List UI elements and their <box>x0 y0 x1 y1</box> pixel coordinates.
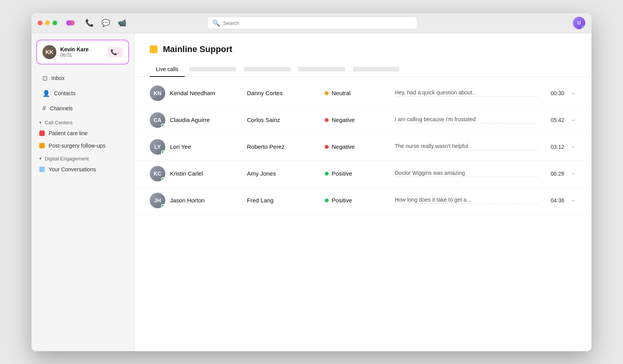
contacts-icon: 👤 <box>42 90 50 97</box>
sidebar-item-contacts[interactable]: 👤 Contacts <box>35 86 131 101</box>
sidebar-item-inbox[interactable]: ⊡ Inbox <box>35 71 131 85</box>
hangup-button[interactable]: 📞↓ <box>107 47 123 57</box>
call-centers-header[interactable]: ▾ Call Centers <box>32 116 134 127</box>
sentiment-dot <box>325 118 329 122</box>
message-column: I am calling because I'm frustated <box>395 116 537 124</box>
status-dot <box>161 150 165 154</box>
user-avatar[interactable]: U <box>573 17 585 29</box>
your-conversations-label: Your Conversations <box>49 166 96 172</box>
patient-care-dot <box>39 131 45 136</box>
caller-avatar: KK <box>42 45 56 59</box>
channels-label: Channels <box>50 105 73 111</box>
sentiment-column: Negative <box>325 143 395 150</box>
video-icon[interactable]: 📹 <box>118 19 126 27</box>
status-dot <box>161 204 165 208</box>
agent-column: Corlos Sainz <box>247 117 325 123</box>
agent-column: Roberto Perez <box>247 143 325 150</box>
caller-name: Kendal Needham <box>170 90 215 96</box>
duration-column: 06:28 <box>537 171 564 177</box>
caller-column: CA Claudia Aguirre <box>150 112 247 128</box>
duration-column: 05:42 <box>537 117 564 123</box>
content-header: Mainline Support <box>134 33 592 54</box>
agent-column: Amy Jones <box>247 170 325 177</box>
main-layout: KK Kevin Kare 06:01 📞↓ ⊡ Inbox 👤 Contact… <box>32 33 592 351</box>
sidebar-item-your-conversations[interactable]: Your Conversations <box>32 163 134 176</box>
chevron-down-icon: ▾ <box>39 120 42 125</box>
app-logo <box>65 17 76 28</box>
online-indicator <box>582 26 585 29</box>
patient-care-label: Patient care line <box>49 130 88 136</box>
arrow-icon[interactable]: → <box>564 197 576 204</box>
tab-live-calls[interactable]: Live calls <box>150 62 185 77</box>
caller-avatar: JH <box>150 193 165 208</box>
message-column: Doctor Wiggins was amazing <box>395 170 537 177</box>
agent-column: Fred Lang <box>247 197 325 204</box>
sidebar-item-post-surgery[interactable]: Post-surgery follow-ups <box>32 139 134 152</box>
sidebar: KK Kevin Kare 06:01 📞↓ ⊡ Inbox 👤 Contact… <box>32 33 134 351</box>
table-row[interactable]: CA Claudia Aguirre Corlos Sainz Negative… <box>134 107 592 134</box>
caller-avatar: CA <box>150 112 165 128</box>
titlebar: 📞 💬 📹 🔍 U <box>32 13 592 33</box>
search-icon: 🔍 <box>212 19 220 27</box>
post-surgery-label: Post-surgery follow-ups <box>49 143 105 149</box>
hangup-icon: 📞↓ <box>110 49 120 55</box>
table-row[interactable]: KN Kendal Needham Danny Cortes Neutral H… <box>134 80 592 107</box>
arrow-icon[interactable]: → <box>564 170 576 177</box>
active-call-card[interactable]: KK Kevin Kare 06:01 📞↓ <box>36 40 129 64</box>
user-avatar-area[interactable]: U <box>573 17 585 29</box>
channels-icon: # <box>42 105 46 112</box>
close-button[interactable] <box>38 21 42 25</box>
maximize-button[interactable] <box>52 21 57 25</box>
sentiment-label: Positive <box>332 170 352 177</box>
caller-avatar: LY <box>150 139 165 155</box>
sentiment-label: Negative <box>332 143 355 150</box>
search-bar[interactable]: 🔍 <box>207 17 417 29</box>
inbox-label: Inbox <box>51 75 65 81</box>
duration-column: 00:30 <box>537 90 564 96</box>
caller-name: Kevin Kare <box>60 46 103 52</box>
caller-name: Jason Horton <box>170 197 205 204</box>
caller-column: KN Kendal Needham <box>150 85 247 101</box>
sentiment-dot <box>325 145 329 149</box>
sentiment-label: Neutral <box>332 90 350 96</box>
table-row[interactable]: LY Lori Yee Roberto Perez Negative The n… <box>134 134 592 160</box>
sentiment-dot <box>325 91 329 95</box>
table-row[interactable]: JH Jason Horton Fred Lang Positive How l… <box>134 187 592 214</box>
caller-timer: 06:01 <box>60 52 103 58</box>
call-centers-label: Call Centers <box>45 120 73 125</box>
search-input[interactable] <box>223 20 412 26</box>
arrow-icon[interactable]: → <box>564 143 576 150</box>
contacts-label: Contacts <box>54 90 75 96</box>
minimize-button[interactable] <box>45 21 50 25</box>
caller-avatar: KC <box>150 166 165 181</box>
duration-column: 03:12 <box>537 144 564 150</box>
tab-placeholder-3 <box>298 67 345 71</box>
page-title: Mainline Support <box>163 44 232 54</box>
sidebar-item-patient-care[interactable]: Patient care line <box>32 127 134 139</box>
tab-placeholder-4 <box>353 67 399 71</box>
arrow-icon[interactable]: → <box>564 90 576 97</box>
tab-placeholder-2 <box>244 67 290 71</box>
caller-name: Lori Yee <box>170 143 191 150</box>
calls-table: KN Kendal Needham Danny Cortes Neutral H… <box>134 77 592 351</box>
duration-column: 04:36 <box>537 197 564 204</box>
conversations-dot <box>39 167 45 172</box>
digital-engagement-header[interactable]: ▾ Digital Engagement <box>32 152 134 163</box>
caller-column: KC Kristin Carlel <box>150 166 247 181</box>
agent-column: Danny Cortes <box>247 90 325 96</box>
message-column: How long does it take to get a... <box>395 197 537 204</box>
window-controls <box>38 21 57 25</box>
message-icon[interactable]: 💬 <box>102 19 110 27</box>
arrow-icon[interactable]: → <box>564 117 576 124</box>
table-row[interactable]: KC Kristin Carlel Amy Jones Positive Doc… <box>134 160 592 187</box>
sentiment-column: Positive <box>325 170 395 177</box>
inbox-icon: ⊡ <box>42 75 47 82</box>
caller-name: Claudia Aguirre <box>170 117 210 123</box>
titlebar-icons: 📞 💬 📹 <box>85 19 126 27</box>
phone-icon[interactable]: 📞 <box>85 19 94 27</box>
page-icon <box>150 45 158 53</box>
message-column: Hey, had a quick question about... <box>395 89 537 97</box>
caller-name: Kristin Carlel <box>170 170 203 177</box>
sidebar-item-channels[interactable]: # Channels <box>35 101 131 115</box>
content-area: Mainline Support Live calls KN Kendal Ne… <box>134 33 592 351</box>
